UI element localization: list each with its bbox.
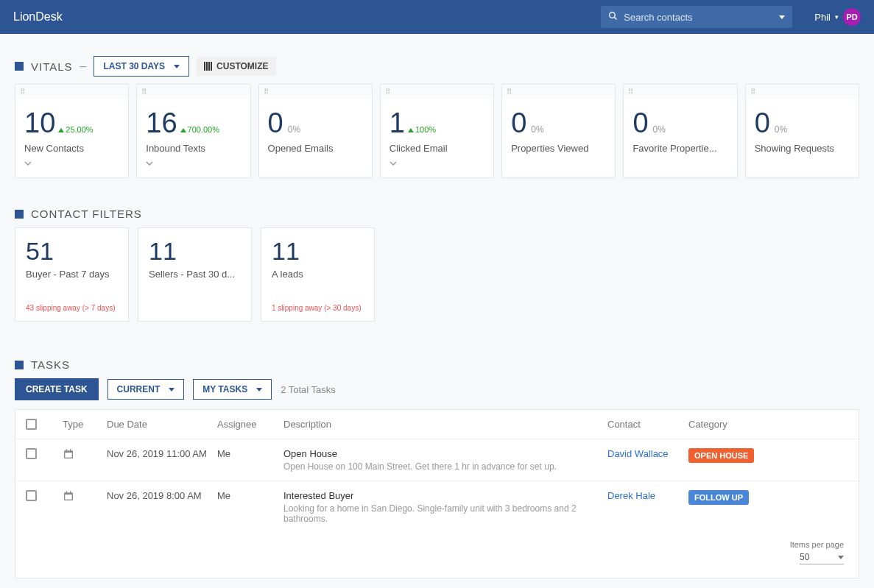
- task-category-badge: FOLLOW UP: [688, 490, 749, 505]
- filter-cards-row: 51 Buyer - Past 7 days 43 slipping away …: [15, 227, 859, 322]
- task-table: Type Due Date Assignee Description Conta…: [15, 409, 859, 578]
- task-assignee: Me: [217, 490, 283, 501]
- caret-down-icon: [174, 65, 180, 68]
- filter-value: 51: [26, 237, 118, 266]
- task-row: Nov 26, 2019 8:00 AM Me Interested Buyer…: [15, 481, 859, 533]
- date-range-dropdown[interactable]: LAST 30 DAYS: [94, 56, 189, 77]
- col-assignee: Assignee: [217, 419, 283, 430]
- svg-rect-5: [70, 449, 71, 451]
- drag-handle-icon[interactable]: ⠿: [137, 85, 250, 99]
- items-per-page-value: 50: [800, 552, 809, 562]
- vital-label: Favorite Propertie...: [632, 143, 727, 154]
- section-marker-icon: [15, 210, 24, 219]
- task-assignee: Me: [217, 448, 283, 459]
- expand-chevron-icon[interactable]: [24, 160, 119, 169]
- svg-rect-7: [65, 495, 71, 500]
- drag-handle-icon[interactable]: ⠿: [259, 85, 372, 99]
- col-contact: Contact: [607, 419, 688, 430]
- vital-card[interactable]: ⠿ 16700.00% Inbound Texts: [136, 84, 250, 178]
- expand-chevron-icon[interactable]: [390, 160, 484, 169]
- vital-label: Showing Requests: [755, 143, 850, 154]
- task-table-header: Type Due Date Assignee Description Conta…: [15, 410, 859, 439]
- svg-rect-9: [70, 491, 71, 493]
- task-status-dropdown[interactable]: CURRENT: [108, 379, 185, 400]
- separator: –: [80, 60, 87, 73]
- vital-card[interactable]: ⠿ 00% Showing Requests: [745, 84, 859, 178]
- task-due: Nov 26, 2019 8:00 AM: [107, 490, 217, 501]
- vitals-cards-row: ⠿ 1025.00% New Contacts ⠿ 16700.00% Inbo…: [15, 84, 859, 178]
- filter-value: 11: [272, 237, 364, 266]
- vital-label: Opened Emails: [268, 143, 363, 154]
- vital-card[interactable]: ⠿ 00% Favorite Propertie...: [623, 84, 737, 178]
- drag-handle-icon[interactable]: ⠿: [624, 85, 736, 99]
- vitals-header: VITALS – LAST 30 DAYS CUSTOMIZE: [15, 56, 859, 77]
- customize-button[interactable]: CUSTOMIZE: [197, 57, 275, 76]
- vital-value: 0: [511, 107, 526, 138]
- filter-slipping: 1 slipping away (> 30 days): [272, 304, 364, 312]
- top-bar: LionDesk Phil ▾ PD: [0, 0, 874, 34]
- caret-down-icon: [169, 388, 175, 392]
- col-type: Type: [63, 419, 107, 430]
- col-due: Due Date: [107, 419, 217, 430]
- filter-label: A leads: [272, 269, 364, 280]
- search-icon: [608, 10, 618, 24]
- search-dropdown-icon[interactable]: [779, 15, 785, 19]
- vital-card[interactable]: ⠿ 00% Properties Viewed: [501, 84, 616, 178]
- drag-handle-icon[interactable]: ⠿: [381, 85, 493, 99]
- col-category: Category: [688, 419, 821, 430]
- filter-card[interactable]: 11 A leads 1 slipping away (> 30 days): [261, 227, 375, 322]
- drag-handle-icon[interactable]: ⠿: [15, 85, 128, 99]
- svg-line-1: [614, 17, 616, 19]
- expand-chevron-icon[interactable]: [146, 160, 241, 169]
- row-checkbox[interactable]: [26, 490, 37, 501]
- svg-point-0: [610, 13, 616, 18]
- task-description: Looking for a home in San Diego. Single-…: [283, 503, 607, 524]
- vital-label: New Contacts: [24, 143, 119, 154]
- caret-down-icon: ▾: [835, 13, 839, 21]
- row-checkbox[interactable]: [26, 448, 37, 459]
- vitals-title: VITALS: [31, 60, 73, 73]
- date-range-label: LAST 30 DAYS: [103, 61, 165, 71]
- user-menu[interactable]: Phil ▾ PD: [814, 8, 861, 26]
- calendar-icon: [63, 490, 107, 504]
- task-category-badge: OPEN HOUSE: [688, 448, 754, 463]
- caret-down-icon: [838, 556, 844, 559]
- search-contacts[interactable]: [601, 6, 792, 28]
- vital-label: Inbound Texts: [146, 143, 241, 154]
- create-task-button[interactable]: CREATE TASK: [15, 378, 99, 400]
- svg-rect-8: [66, 491, 67, 493]
- drag-handle-icon[interactable]: ⠿: [746, 85, 859, 99]
- search-input[interactable]: [624, 12, 773, 23]
- calendar-icon: [63, 448, 107, 462]
- items-per-page-select[interactable]: 50: [800, 552, 844, 564]
- customize-icon: [204, 62, 212, 71]
- vital-card[interactable]: ⠿ 00% Opened Emails: [258, 84, 373, 178]
- task-owner-dropdown[interactable]: MY TASKS: [193, 379, 272, 400]
- vital-value: 0: [268, 107, 283, 138]
- vital-value: 16: [146, 107, 177, 138]
- table-pager: Items per page 50: [15, 533, 859, 578]
- vital-card[interactable]: ⠿ 1025.00% New Contacts: [15, 84, 129, 178]
- section-marker-icon: [15, 62, 24, 71]
- vital-value: 10: [24, 107, 55, 138]
- filter-label: Buyer - Past 7 days: [26, 269, 118, 280]
- filter-card[interactable]: 51 Buyer - Past 7 days 43 slipping away …: [15, 227, 129, 322]
- drag-handle-icon[interactable]: ⠿: [502, 85, 615, 99]
- vital-card[interactable]: ⠿ 1100% Clicked Email: [380, 84, 494, 178]
- vital-value: 0: [632, 107, 648, 138]
- filters-title: CONTACT FILTERS: [31, 208, 142, 220]
- section-marker-icon: [15, 361, 24, 369]
- filters-header: CONTACT FILTERS: [15, 208, 859, 220]
- svg-rect-4: [66, 449, 67, 451]
- task-description: Open House on 100 Main Street. Get there…: [283, 461, 607, 472]
- task-due: Nov 26, 2019 11:00 AM: [107, 448, 217, 459]
- vital-label: Properties Viewed: [511, 143, 606, 154]
- task-total-label: 2 Total Tasks: [281, 384, 336, 395]
- select-all-checkbox[interactable]: [26, 419, 37, 430]
- task-title: Open House: [283, 448, 607, 459]
- task-contact-link[interactable]: Derek Hale: [607, 490, 688, 501]
- brand-name: LionDesk: [13, 10, 601, 24]
- tasks-title: TASKS: [31, 358, 70, 371]
- task-contact-link[interactable]: David Wallace: [607, 448, 688, 459]
- filter-card[interactable]: 11 Sellers - Past 30 d...: [138, 227, 252, 322]
